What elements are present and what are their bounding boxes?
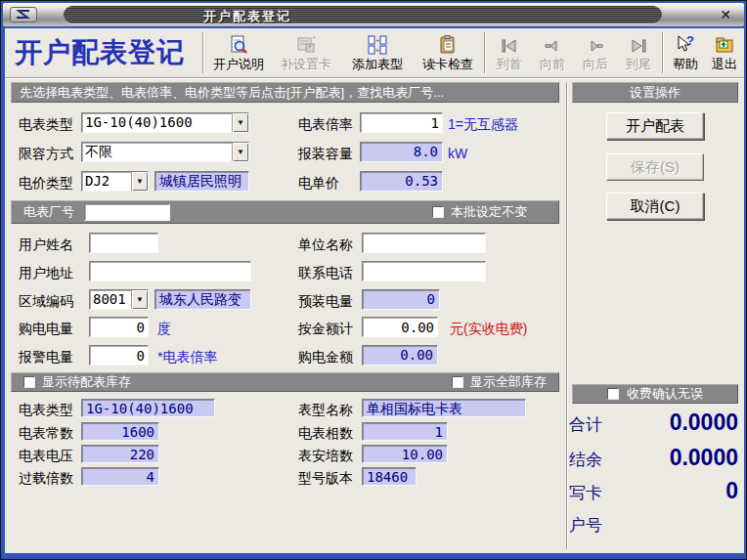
show-all-stock-label: 显示全部库存 bbox=[470, 373, 547, 391]
title-stripes bbox=[64, 6, 662, 23]
clipboard-check-icon bbox=[437, 32, 459, 56]
alarm-qty-label: 报警电量 bbox=[19, 349, 73, 366]
add-meter-type-icon: + + bbox=[366, 32, 389, 56]
multiplier-label: 电表倍率 bbox=[298, 116, 353, 134]
dropdown-arrow-icon[interactable]: ▼ bbox=[232, 143, 248, 161]
page-title: 开户配表登记 bbox=[5, 34, 200, 71]
panel-header: 设置操作 bbox=[572, 82, 738, 103]
toolbar-separator bbox=[202, 32, 204, 73]
alarm-qty-input[interactable] bbox=[89, 345, 149, 366]
overload-field: 4 bbox=[81, 467, 159, 486]
user-name-input[interactable] bbox=[89, 233, 158, 253]
save-button[interactable]: 保存(S) bbox=[606, 153, 704, 181]
read-card-check-button[interactable]: 读卡检查 bbox=[414, 29, 482, 76]
dropdown-arrow-icon[interactable]: ▼ bbox=[131, 290, 148, 309]
meter-type-combobox[interactable]: 1G-10(40)1600 ▼ bbox=[81, 112, 249, 133]
help-button[interactable]: ? 帮助 bbox=[666, 29, 705, 76]
by-amount-input[interactable] bbox=[362, 317, 438, 337]
assign-meter-button[interactable]: 开户配表 bbox=[606, 112, 704, 140]
meter-constant-label: 电表常数 bbox=[19, 425, 73, 443]
meter-constant-field: 1600 bbox=[81, 422, 159, 441]
svg-text:?: ? bbox=[686, 34, 694, 48]
factory-number-bar: 电表厂号 本批设定不变 bbox=[11, 200, 559, 224]
last-record-icon bbox=[629, 32, 648, 56]
capacity-label: 报装容量 bbox=[298, 146, 353, 163]
purchase-qty-label: 购电电量 bbox=[19, 321, 73, 338]
phases-label: 电表相数 bbox=[298, 425, 353, 443]
phases-field: 1 bbox=[362, 422, 448, 441]
panel-divider bbox=[566, 82, 568, 549]
unit-price-label: 电单价 bbox=[298, 175, 339, 193]
model-name-field: 单相国标电卡表 bbox=[362, 399, 526, 417]
capacity-unit: kW bbox=[448, 146, 467, 161]
total-label: 合计 bbox=[569, 413, 602, 436]
version-label: 型号版本 bbox=[298, 470, 353, 488]
limit-mode-combobox[interactable]: 不限 ▼ bbox=[81, 142, 249, 162]
go-last-button[interactable]: 到尾 bbox=[617, 29, 660, 76]
show-pending-stock-checkbox[interactable] bbox=[23, 376, 35, 388]
toolbar-separator bbox=[484, 32, 486, 73]
next-record-icon bbox=[586, 32, 605, 56]
title-bar[interactable]: 开户配表登记 ✕ bbox=[3, 3, 744, 26]
address-label: 用户地址 bbox=[19, 265, 73, 282]
voltage-label: 电表电压 bbox=[19, 448, 73, 465]
purchase-amt-field: 0.00 bbox=[362, 345, 438, 366]
go-next-button[interactable]: 向后 bbox=[574, 29, 617, 76]
first-record-icon bbox=[500, 32, 519, 56]
capacity-field: 8.0 bbox=[360, 142, 443, 162]
add-meter-type-button[interactable]: + + 添加表型 bbox=[341, 29, 414, 76]
price-type-combobox[interactable]: DJ2 ▼ bbox=[81, 171, 149, 192]
toolbar: 开户配表登记 开户说明 * bbox=[5, 28, 744, 78]
model-name-label: 表型名称 bbox=[298, 402, 353, 419]
exit-button[interactable]: 退出 bbox=[705, 29, 744, 76]
stock-meter-type-label: 电表类型 bbox=[19, 402, 73, 419]
dropdown-arrow-icon[interactable]: ▼ bbox=[131, 172, 148, 191]
voltage-field: 220 bbox=[81, 445, 159, 463]
user-name-label: 用户姓名 bbox=[19, 237, 73, 254]
open-help-button[interactable]: 开户说明 bbox=[206, 29, 271, 76]
overload-label: 过载倍数 bbox=[19, 470, 73, 488]
factory-number-label: 电表厂号 bbox=[23, 203, 74, 221]
amperage-label: 表安培数 bbox=[298, 448, 353, 465]
company-label: 单位名称 bbox=[298, 237, 353, 254]
exit-folder-icon bbox=[714, 32, 735, 56]
fee-confirm-checkbox[interactable] bbox=[607, 388, 619, 400]
stock-filter-bar: 显示待配表库存 显示全部库存 bbox=[11, 372, 559, 392]
app-logo-icon bbox=[15, 10, 32, 20]
doc-magnifier-icon bbox=[228, 32, 249, 56]
region-code-combobox[interactable]: 8001 ▼ bbox=[89, 289, 149, 310]
svg-text:+: + bbox=[312, 34, 317, 42]
factory-number-input[interactable] bbox=[84, 203, 170, 221]
total-value: 0.0000 bbox=[611, 409, 738, 436]
amperage-field: 10.00 bbox=[362, 445, 448, 463]
alarm-qty-hint: *电表倍率 bbox=[157, 349, 217, 366]
help-cursor-icon: ? bbox=[675, 32, 696, 56]
cancel-button[interactable]: 取消(C) bbox=[606, 193, 704, 220]
batch-fixed-checkbox[interactable] bbox=[432, 206, 444, 218]
close-icon[interactable]: ✕ bbox=[717, 6, 734, 23]
fee-confirm-bar: 收费确认无误 bbox=[572, 384, 738, 404]
phone-input[interactable] bbox=[362, 261, 486, 281]
dropdown-arrow-icon[interactable]: ▼ bbox=[232, 113, 248, 132]
system-menu-button[interactable] bbox=[10, 7, 37, 22]
go-prev-button[interactable]: 向前 bbox=[531, 29, 574, 76]
preload-qty-field: 0 bbox=[362, 289, 440, 310]
app-window: 开户配表登记 ✕ 开户配表登记 开户说明 bbox=[0, 0, 747, 560]
balance-value: 0.0000 bbox=[611, 445, 738, 471]
hint-bar: 先选择电表类型、电表倍率、电价类型等后点击[开户配表]，查找电表厂号... bbox=[11, 82, 559, 103]
show-all-stock-checkbox[interactable] bbox=[452, 376, 463, 388]
address-input[interactable] bbox=[89, 261, 251, 281]
setup-card-icon: * + bbox=[295, 32, 317, 56]
write-card-label: 写卡 bbox=[569, 482, 602, 504]
purchase-qty-input[interactable] bbox=[89, 317, 149, 337]
go-first-button[interactable]: 到首 bbox=[488, 29, 531, 76]
company-input[interactable] bbox=[362, 233, 486, 253]
setup-card-button[interactable]: * + 补设置卡 bbox=[271, 29, 341, 76]
multiplier-hint: 1=无互感器 bbox=[448, 116, 518, 134]
price-type-label: 电价类型 bbox=[19, 175, 73, 193]
show-pending-stock-label: 显示待配表库存 bbox=[42, 373, 131, 391]
meter-type-label: 电表类型 bbox=[19, 116, 73, 134]
multiplier-input[interactable] bbox=[360, 112, 443, 133]
main-area: 先选择电表类型、电表倍率、电价类型等后点击[开户配表]，查找电表厂号... 设置… bbox=[5, 79, 744, 553]
unit-price-field: 0.53 bbox=[360, 171, 443, 192]
